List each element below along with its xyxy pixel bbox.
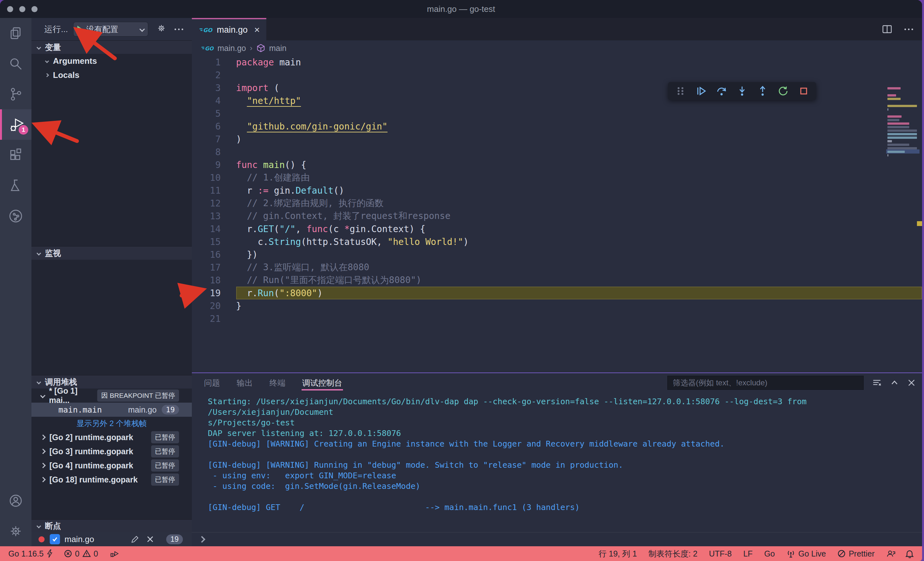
debug-status-icon[interactable]	[109, 549, 119, 558]
cursor-position-item[interactable]: 行 19, 列 1	[598, 549, 637, 559]
code-line-7[interactable]: 7)	[192, 133, 922, 145]
debug-console-output[interactable]: Starting: /Users/xiejianjun/Documents/Go…	[192, 392, 922, 532]
step-over-icon[interactable]	[716, 85, 727, 96]
sidebar-item-source-control[interactable]	[0, 79, 32, 109]
breadcrumb[interactable]: GO main.go › main	[192, 40, 922, 56]
debug-settings-gear[interactable]	[157, 23, 166, 35]
code-line-9[interactable]: 9func main() {	[192, 159, 922, 171]
variables-section-header[interactable]: 变量	[32, 40, 192, 54]
notifications-bell-icon[interactable]	[905, 549, 914, 558]
thread-row[interactable]: [Go 3] runtime.gopark已暂停	[32, 444, 192, 458]
code-line-17[interactable]: 17 // 3.监听端口, 默认在8080	[192, 261, 922, 274]
drag-grip-icon[interactable]	[675, 85, 686, 96]
indentation-item[interactable]: 制表符长度: 2	[648, 549, 698, 559]
split-editor-icon[interactable]	[882, 25, 892, 34]
language-mode-item[interactable]: Go	[764, 549, 775, 558]
line-number[interactable]: 10	[192, 172, 221, 183]
panel-tab-输出[interactable]: 输出	[236, 374, 254, 392]
line-number[interactable]: 19	[192, 288, 221, 298]
code-line-20[interactable]: 20}	[192, 299, 922, 312]
line-number[interactable]: 1	[192, 57, 221, 67]
code-line-10[interactable]: 10 // 1.创建路由	[192, 171, 922, 184]
zoom-window-button[interactable]	[32, 6, 38, 12]
code-line-2[interactable]: 2	[192, 69, 922, 81]
sidebar-item-go-explorer[interactable]	[0, 200, 32, 231]
encoding-item[interactable]: UTF-8	[709, 549, 732, 558]
remove-breakpoint-icon[interactable]	[146, 536, 154, 543]
line-number[interactable]: 13	[192, 211, 221, 221]
code-line-13[interactable]: 13 // gin.Context, 封装了request和response	[192, 209, 922, 223]
sidebar-item-explorer[interactable]	[0, 18, 32, 48]
tab-main-go[interactable]: GO main.go ×	[192, 18, 266, 40]
debug-console-input[interactable]	[192, 532, 922, 546]
code-line-21[interactable]: 21	[192, 312, 922, 325]
settings-button[interactable]	[0, 516, 32, 546]
line-number[interactable]: 14	[192, 224, 221, 234]
watch-section-header[interactable]: 监视	[32, 246, 192, 260]
variables-scope-arguments[interactable]: Arguments	[32, 54, 192, 68]
sidebar-item-testing[interactable]	[0, 170, 32, 200]
restart-icon[interactable]	[778, 85, 789, 96]
minimize-window-button[interactable]	[19, 6, 26, 12]
maximize-panel-icon[interactable]	[890, 378, 899, 387]
sidebar-item-extensions[interactable]	[0, 140, 32, 170]
thread-row-go1[interactable]: * [Go 1] mai... 因 BREAKPOINT 已暂停	[32, 389, 192, 402]
line-number[interactable]: 20	[192, 301, 221, 311]
minimap[interactable]	[887, 86, 918, 161]
panel-tab-问题[interactable]: 问题	[203, 374, 221, 392]
line-number[interactable]: 17	[192, 262, 221, 273]
sidebar-item-search[interactable]	[0, 48, 32, 79]
more-actions-icon[interactable]	[174, 28, 183, 30]
panel-tab-调试控制台[interactable]: 调试控制台	[302, 374, 343, 392]
sidebar-item-run-debug[interactable]: 1	[0, 109, 32, 140]
eol-item[interactable]: LF	[743, 549, 753, 558]
continue-icon[interactable]	[696, 85, 706, 96]
code-editor[interactable]: 1package main23import (4 "net/http"56 "g…	[192, 56, 922, 373]
code-line-15[interactable]: 15 c.String(http.StatusOK, "hello World!…	[192, 235, 922, 248]
line-number[interactable]: 18	[192, 275, 221, 286]
thread-row[interactable]: [Go 2] runtime.gopark已暂停	[32, 430, 192, 444]
breakpoint-row[interactable]: main.go 19	[32, 532, 192, 546]
thread-row[interactable]: [Go 4] runtime.gopark已暂停	[32, 458, 192, 473]
line-number[interactable]: 9	[192, 160, 221, 170]
line-number[interactable]: 2	[192, 70, 221, 81]
editor-more-actions-icon[interactable]	[904, 28, 913, 30]
line-number[interactable]: 5	[192, 108, 221, 119]
code-line-8[interactable]: 8	[192, 145, 922, 159]
breadcrumb-symbol[interactable]: main	[269, 43, 286, 53]
breakpoint-checkbox[interactable]	[50, 534, 60, 545]
code-line-1[interactable]: 1package main	[192, 56, 922, 69]
breadcrumb-file[interactable]: main.go	[218, 43, 246, 53]
code-line-19[interactable]: 19 r.Run(":8000")	[192, 287, 922, 299]
stop-icon[interactable]	[798, 85, 809, 96]
line-number[interactable]: 6	[192, 121, 221, 132]
console-filter-input[interactable]: 筛选器(例如 text、!exclude)	[668, 376, 864, 390]
panel-tab-终端[interactable]: 终端	[269, 374, 286, 392]
line-number[interactable]: 21	[192, 314, 221, 324]
thread-row[interactable]: [Go 18] runtime.gopark已暂停	[32, 473, 192, 487]
code-line-16[interactable]: 16 })	[192, 248, 922, 261]
show-more-frames-link[interactable]: 显示另外 2 个堆栈帧	[32, 417, 192, 430]
clear-console-icon[interactable]	[872, 378, 882, 387]
close-window-button[interactable]	[7, 6, 13, 12]
debug-config-dropdown[interactable]: 没有配置	[73, 22, 148, 37]
edit-breakpoint-icon[interactable]	[131, 535, 139, 543]
step-out-icon[interactable]	[757, 85, 768, 96]
code-line-6[interactable]: 6 "github.com/gin-gonic/gin"	[192, 120, 922, 133]
go-live-item[interactable]: Go Live	[786, 549, 826, 558]
line-number[interactable]: 15	[192, 236, 221, 247]
line-number[interactable]: 4	[192, 96, 221, 106]
prettier-item[interactable]: Prettier	[837, 549, 874, 558]
line-number[interactable]: 3	[192, 83, 221, 93]
start-debug-icon[interactable]	[77, 25, 82, 33]
code-line-12[interactable]: 12 // 2.绑定路由规则, 执行的函数	[192, 197, 922, 209]
breakpoints-section-header[interactable]: 断点	[32, 519, 192, 532]
go-version-item[interactable]: Go 1.16.5	[8, 549, 53, 558]
close-panel-icon[interactable]	[908, 378, 916, 387]
feedback-icon[interactable]	[886, 549, 896, 558]
code-line-14[interactable]: 14 r.GET("/", func(c *gin.Context) {	[192, 223, 922, 235]
step-into-icon[interactable]	[736, 85, 747, 96]
line-number[interactable]: 8	[192, 147, 221, 157]
code-line-11[interactable]: 11 r := gin.Default()	[192, 184, 922, 197]
line-number[interactable]: 7	[192, 134, 221, 145]
